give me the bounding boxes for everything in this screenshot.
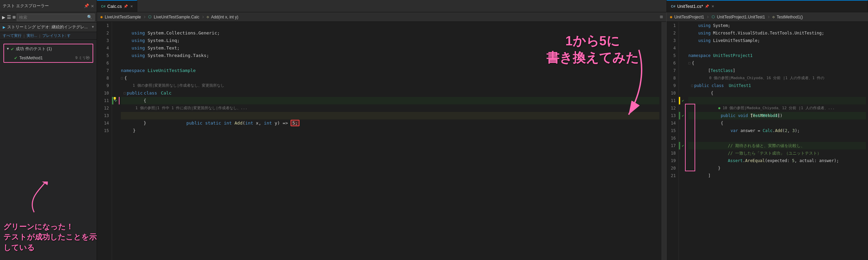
tab-calc[interactable]: C# Calc.cs 📌 ✕ (97, 0, 137, 12)
ut-breadcrumb-class[interactable]: UnitTestProject1.UnitTest1 (717, 15, 765, 19)
breadcrumb-class[interactable]: LiveUnitTestSample.Calc (154, 15, 199, 19)
calc-breadcrumb-bar: ◉ LiveUnitTestSample › ⬡ LiveUnitTestSam… (97, 12, 666, 22)
code-line-8: □ { (121, 74, 659, 82)
ut-line-4 (688, 44, 866, 52)
test-tree: ▼ ✔ 成功 件のテスト (1) ✔ TestMethod1 9 ミリ秒 (0, 40, 97, 260)
breadcrumb-project[interactable]: LiveUnitTestSample (105, 15, 141, 19)
link-sep1: | (24, 34, 25, 38)
test-name-label: TestMethod1 (19, 56, 43, 60)
breadcrumb-method[interactable]: Add(int x, int y) (211, 15, 238, 19)
code-line-15: } (121, 127, 659, 134)
close-panel-icon[interactable]: ✕ (91, 3, 94, 9)
ut-breadcrumb-method[interactable]: TestMethod1() (777, 15, 803, 19)
ut-check-11: ✔ (680, 97, 686, 104)
chevron-down-icon: ▼ (7, 47, 9, 51)
line-num-14: 14 (104, 119, 109, 127)
search-box[interactable]: 🔍 (17, 14, 95, 21)
search-input[interactable] (19, 15, 86, 20)
line-num-7: 7 (107, 67, 109, 74)
line-num-4: 4 (107, 44, 109, 52)
split-icon[interactable]: ⊞ (660, 14, 663, 20)
ut-breadcrumb-project[interactable]: UnitTestProject1 (674, 15, 704, 19)
unittest-project-icon: ◉ (670, 15, 672, 19)
calc-tab-close[interactable]: ✕ (130, 4, 133, 9)
ut-line-17: // 期待される値と、実際の値を比較し、 (688, 142, 866, 149)
unittest-breadcrumb-bar: ◉ UnitTestProject1 › ⬡ UnitTestProject1.… (667, 12, 868, 22)
calc-file-icon: C# (101, 4, 106, 9)
unittest-code-content[interactable]: using System; using Microsoft.VisualStud… (686, 22, 868, 260)
unittest-tab-label: UnitTest1.cs* (677, 4, 703, 9)
line-num-10: 10 (104, 89, 109, 97)
code-line-10: □ public class Calc (121, 89, 659, 97)
success-count-icon: ✔ (11, 46, 14, 52)
ut-line-8: 0 個の参照|Madoka_Chiyoda、16 分前 |1 人の作成者、1 件… (688, 74, 866, 82)
code-line-11: { (121, 97, 659, 104)
code-line-3: using System.Linq; (121, 37, 659, 44)
ut-line-20: } (688, 164, 866, 172)
code-line-6 (121, 59, 659, 67)
unittest-tab-pin: 📌 (705, 4, 709, 9)
playlist-link[interactable]: プレイリスト: す (42, 33, 71, 38)
calc-pin-icon: 📌 (124, 4, 128, 9)
calc-scrollbar[interactable] (661, 22, 666, 260)
ut-method-icon: ◇ (772, 15, 775, 19)
line-num-9: 9 (107, 82, 109, 89)
line-num-13: 13 (104, 112, 109, 119)
code-line-12: 1 個の参照|1 件中 1 件に成功|変更箇所なし|作成者なし、... (121, 104, 659, 112)
line-num-15: 15 (104, 127, 109, 134)
dropdown-icon[interactable]: ▼ (92, 25, 94, 29)
ut-check-17: ✔ (680, 142, 686, 149)
search-icon: 🔍 (87, 15, 92, 20)
code-line-2: using System.Collections.Generic; (121, 29, 659, 37)
line-num-8: 8 (107, 74, 109, 82)
line-numbers: 1 2 3 4 5 6 7 8 9 10 11 12 13 14 15 (97, 22, 112, 260)
line-num-2: 2 (107, 29, 109, 37)
bulb-indicator-11[interactable]: 💡 (113, 97, 117, 101)
streaming-banner[interactable]: ▶ ストリーミング ビデオ: 継続的インテグレ... ▼ (0, 23, 97, 32)
calc-editor-panel: ◉ LiveUnitTestSample › ⬡ LiveUnitTestSam… (97, 12, 667, 260)
ut-sep1: › (706, 14, 710, 20)
tab-unittest[interactable]: C# UnitTest1.cs* 📌 ✕ (667, 0, 868, 12)
run-all-link[interactable]: すべて実行 (3, 33, 22, 38)
test-time-badge: 9 ミリ秒 (75, 55, 90, 60)
code-line-9: 1 個の参照|変更箇所なし|作成者なし、変更箇所なし (121, 82, 659, 89)
line-num-6: 6 (107, 59, 109, 67)
group-icon[interactable]: ⊞ (13, 14, 15, 20)
ut-line-7: [TestClass] (688, 67, 866, 74)
test-explorer-panel: ▶ ☰ ⊞ 🔍 ▶ ストリーミング ビデオ: 継続的インテグレ... ▼ すべて… (0, 12, 97, 260)
code-line-1 (121, 22, 659, 29)
gutter-indicators: ✔ 💡 (112, 22, 119, 260)
calc-code-content[interactable]: using System.Collections.Generic; using … (119, 22, 661, 260)
ut-line-11: [TestMethod] (688, 97, 866, 104)
panel-title: テスト エクスプローラー (3, 3, 82, 9)
unittest-file-icon: C# (671, 4, 675, 9)
breadcrumb-sep1: › (143, 14, 146, 20)
ut-check-13: ✔ (680, 112, 686, 119)
ut-line-5: namespace UnitTestProject1 (688, 52, 866, 59)
live-unit-icon: ◉ (100, 15, 103, 19)
ut-line-3: using LiveUnitTestSample; (688, 37, 866, 44)
ut-line-1: using System; (688, 22, 866, 29)
code-line-7: namespace LiveUnitTestSample (121, 67, 659, 74)
calc-tab-label: Calc.cs (107, 4, 122, 9)
line-num-5: 5 (107, 52, 109, 59)
breadcrumb-method-icon: ◇ (207, 15, 209, 19)
breadcrumb-sep2: › (201, 14, 205, 20)
ut-sep2: › (767, 14, 770, 20)
ut-line-numbers: 1 2 3 4 5 6 7 8 9 10 11 12 13 14 15 16 1 (667, 22, 679, 260)
pin-icon[interactable]: 📌 (84, 3, 89, 9)
test-group-header[interactable]: ▼ ✔ 成功 件のテスト (1) (4, 44, 93, 54)
code-line-5: using System.Threading.Tasks; (121, 52, 659, 59)
run-link[interactable]: 実行... (27, 33, 37, 38)
run-all-icon[interactable]: ▶ (2, 14, 5, 21)
line-num-12: 12 (104, 104, 109, 112)
ut-gutter: ✔ ✔ ✔ (679, 22, 686, 260)
link-sep2: | (39, 34, 40, 38)
filter-icon[interactable]: ☰ (7, 14, 11, 20)
code-line-4: using System.Text; (121, 44, 659, 52)
test-item[interactable]: ✔ TestMethod1 9 ミリ秒 (4, 54, 93, 62)
unittest-tab-close[interactable]: ✕ (712, 4, 714, 9)
line-num-11: 11 (104, 97, 109, 104)
ut-line-16 (688, 134, 866, 142)
ut-class-icon: ⬡ (712, 15, 715, 19)
